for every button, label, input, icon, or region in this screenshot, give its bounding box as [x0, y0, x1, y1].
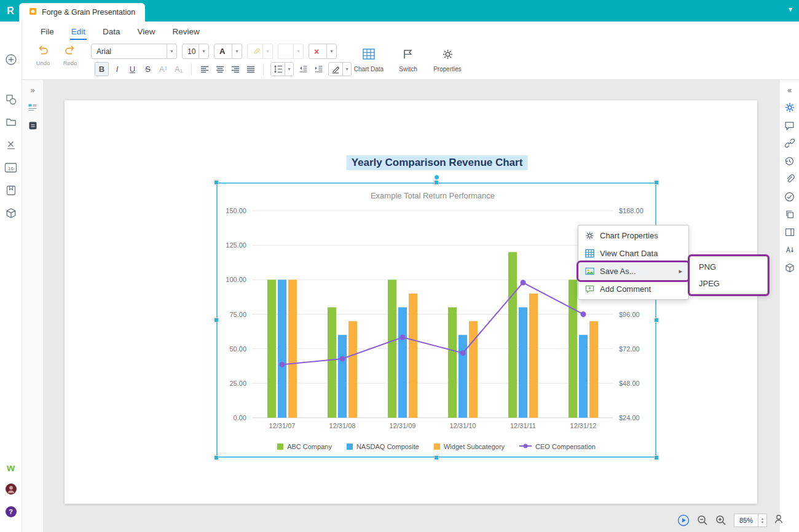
clear-format-select[interactable]: ×▾: [309, 44, 337, 59]
svg-text:50.00: 50.00: [229, 345, 246, 353]
chart-data-button[interactable]: Chart Data: [349, 44, 388, 77]
legend-item: NASDAQ Composite: [347, 443, 419, 450]
attachment-icon[interactable]: [785, 173, 795, 185]
duplicate-icon[interactable]: [785, 208, 795, 221]
signature-icon[interactable]: [6, 139, 17, 151]
toolbar: Undo Redo Arial▾ 10▾ A▾ ▾: [22, 40, 799, 80]
resize-handle-nw[interactable]: [214, 180, 219, 185]
underline-button[interactable]: U: [125, 62, 140, 76]
submenu-item-png[interactable]: PNG: [690, 259, 767, 275]
zoom-controls: 85% ▴▾: [677, 514, 767, 527]
context-menu-item-chart-properties[interactable]: Chart Properties: [578, 227, 688, 244]
svg-text:$48.00: $48.00: [619, 380, 640, 387]
link-icon[interactable]: [785, 137, 795, 149]
menu-edit[interactable]: Edit: [70, 25, 87, 40]
align-left-button[interactable]: [197, 62, 211, 76]
gear-icon[interactable]: [784, 101, 795, 114]
align-right-button[interactable]: [228, 62, 242, 76]
context-menu-item-save-as[interactable]: Save As...▸: [578, 262, 688, 280]
app-logo[interactable]: R: [0, 0, 21, 22]
border-color-select[interactable]: ▾: [328, 62, 352, 76]
translate-icon[interactable]: [785, 244, 795, 256]
subscript-button[interactable]: A₁: [171, 62, 186, 76]
rotate-handle[interactable]: [434, 174, 439, 180]
template-icon[interactable]: [6, 184, 17, 197]
context-menu-label: Save As...: [600, 267, 636, 276]
bold-button[interactable]: B: [95, 62, 109, 76]
present-play-icon[interactable]: [677, 514, 690, 526]
strikethrough-button[interactable]: S: [141, 62, 155, 76]
user-presence-icon[interactable]: [773, 514, 784, 527]
font-color-icon: A: [219, 47, 225, 56]
chevron-down-icon[interactable]: ▾: [789, 5, 792, 14]
font-family-select[interactable]: Arial▾: [91, 44, 177, 59]
font-size-select[interactable]: 10▾: [182, 44, 209, 59]
italic-button[interactable]: I: [110, 62, 124, 76]
resize-handle-s[interactable]: [434, 455, 439, 460]
zoom-spinner[interactable]: ▴▾: [758, 514, 766, 526]
switch-button[interactable]: Switch: [388, 44, 428, 77]
menu-data[interactable]: Data: [101, 25, 122, 40]
help-button[interactable]: ?: [6, 506, 17, 517]
spinner-down-icon[interactable]: ▾: [762, 520, 763, 524]
svg-text:12/31/09: 12/31/09: [390, 422, 416, 429]
slide-size-icon[interactable]: 16: [4, 162, 17, 174]
zoom-out-icon[interactable]: [697, 515, 708, 526]
indent-decrease-button[interactable]: [296, 62, 310, 76]
menu-file[interactable]: File: [39, 25, 55, 40]
slide-title[interactable]: Yearly Comparison Revenue Chart: [347, 155, 528, 170]
check-circle-icon[interactable]: [784, 190, 795, 203]
context-menu-item-add-comment[interactable]: Add Comment: [578, 280, 688, 298]
avatar[interactable]: [5, 483, 17, 498]
svg-text:100.00: 100.00: [226, 276, 246, 283]
resize-handle-e[interactable]: [654, 318, 659, 323]
folder-icon[interactable]: [6, 116, 17, 128]
align-right-icon: [231, 66, 240, 73]
comment-icon[interactable]: [784, 119, 795, 131]
properties-button[interactable]: Properties: [428, 44, 467, 77]
align-center-button[interactable]: [213, 62, 227, 76]
redo-button[interactable]: Redo: [58, 45, 82, 66]
chart-frame[interactable]: Example Total Return Performance0.00$24.…: [216, 182, 656, 458]
cube-icon[interactable]: [6, 207, 17, 219]
divider: [263, 63, 264, 76]
canvas: Yearly Comparison Revenue Chart Example …: [43, 80, 779, 532]
font-color-select[interactable]: A▾: [214, 44, 242, 59]
legend-swatch: [277, 444, 283, 450]
outline-view-icon[interactable]: [28, 101, 37, 114]
resize-handle-n[interactable]: [434, 180, 439, 185]
expand-panel-icon[interactable]: »: [30, 84, 34, 96]
zoom-in-icon[interactable]: [715, 515, 726, 526]
resize-handle-w[interactable]: [214, 318, 219, 323]
superscript-button[interactable]: A¹: [156, 62, 170, 76]
slide[interactable]: Yearly Comparison Revenue Chart Example …: [65, 100, 757, 504]
history-icon[interactable]: [784, 155, 795, 167]
highlight-color-select[interactable]: ▾: [247, 44, 273, 59]
submenu-item-jpeg[interactable]: JPEG: [690, 275, 767, 292]
svg-text:25.00: 25.00: [229, 380, 246, 387]
indent-increase-button[interactable]: [312, 62, 326, 76]
context-menu-item-view-chart-data[interactable]: View Chart Data: [578, 244, 688, 262]
properties-label: Properties: [433, 66, 462, 72]
resize-handle-se[interactable]: [654, 455, 659, 460]
menu-review[interactable]: Review: [171, 25, 201, 40]
collapse-panel-icon[interactable]: «: [787, 84, 792, 96]
resize-handle-ne[interactable]: [654, 180, 659, 185]
fill-color-select[interactable]: ▾: [278, 44, 304, 59]
shapes-icon[interactable]: [6, 93, 17, 106]
notes-panel-icon[interactable]: [28, 119, 37, 131]
3d-cube-icon[interactable]: [785, 262, 795, 274]
document-tab[interactable]: Forge & Grain Presentation: [19, 3, 145, 22]
zoom-level-input[interactable]: 85% ▴▾: [734, 514, 767, 527]
legend-label: ABC Company: [287, 443, 332, 450]
w-logo[interactable]: w: [7, 462, 15, 474]
align-justify-button[interactable]: [243, 62, 258, 76]
add-circle-icon[interactable]: [5, 53, 17, 66]
submenu-arrow-icon: ▸: [679, 267, 682, 275]
legend-item: Widget Subcategory: [434, 443, 505, 450]
undo-button[interactable]: Undo: [31, 45, 55, 66]
line-spacing-select[interactable]: ▾: [270, 62, 294, 76]
layout-panel-icon[interactable]: [785, 226, 795, 238]
menu-view[interactable]: View: [136, 25, 157, 40]
resize-handle-sw[interactable]: [214, 455, 219, 460]
